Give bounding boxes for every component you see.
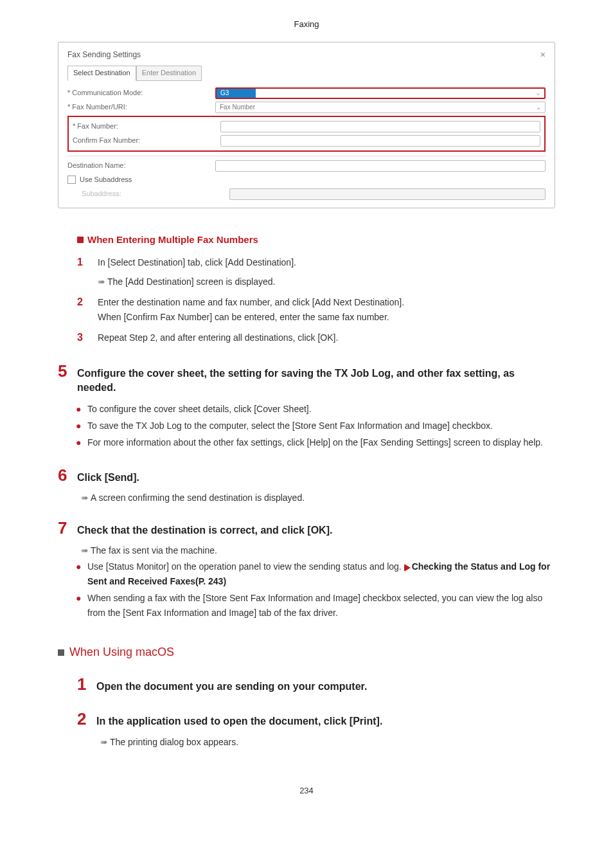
page-header: Faxing [58,19,555,29]
bullet-text: To configure the cover sheet details, cl… [87,402,555,416]
bullet-text: For more information about the other fax… [87,435,555,449]
dest-name-label: Destination Name: [67,160,215,172]
substep-text: Repeat Step 2, and after entering all de… [98,330,555,345]
substep-num: 1 [77,254,98,271]
window-title: Fax Sending Settings [67,49,141,61]
fax-number-input[interactable] [220,121,540,132]
step-title: Click [Send]. [77,471,555,485]
use-subaddress-checkbox[interactable] [67,176,76,184]
arrow-icon [100,737,107,747]
play-icon [404,564,411,572]
step-result: The fax is sent via the machine. [91,545,217,556]
comm-mode-value: G3 [220,88,229,98]
fax-settings-screenshot: Fax Sending Settings × Select Destinatio… [58,42,555,208]
step-number: 1 [77,676,96,692]
fax-number-group: * Fax Number: Confirm Fax Number: [67,116,546,152]
macos-heading: When Using macOS [58,646,555,659]
substep-text: When [Confirm Fax Number] can be entered… [98,310,555,324]
step-number: 2 [77,710,96,727]
use-subaddress-label: Use Subaddress [80,174,132,186]
multi-fax-heading: When Entering Multiple Fax Numbers [77,234,555,245]
page-number: 234 [58,786,555,795]
substep-result: The [Add Destination] screen is displaye… [107,276,275,287]
bullet-text: Use [Status Monitor] on the operation pa… [87,559,555,588]
step-result: The printing dialog box appears. [110,737,238,747]
confirm-fax-input[interactable] [220,135,540,147]
step-number: 6 [58,467,77,484]
bullet-text: When sending a fax with the [Store Sent … [87,591,555,620]
subaddress-input [229,188,546,200]
substep-num: 3 [77,329,98,346]
substep-num: 2 [77,294,98,311]
confirm-fax-label: Confirm Fax Number: [73,135,220,147]
chevron-down-icon: ⌄ [535,88,540,98]
step-result: A screen confirming the send destination… [91,493,305,503]
arrow-icon [81,545,88,556]
comm-mode-label: * Communication Mode: [67,87,215,99]
tab-enter-destination[interactable]: Enter Destination [136,66,202,81]
step-title: Configure the cover sheet, the setting f… [77,366,555,395]
fax-uri-label: * Fax Number/URI: [67,102,215,113]
square-icon [77,237,84,243]
bullet-icon: ● [76,559,87,588]
bullet-text: To save the TX Job Log to the computer, … [87,419,555,433]
bullet-icon: ● [76,419,87,433]
chevron-down-icon: ⌄ [536,102,541,113]
step-title: Open the document you are sending on you… [96,680,555,694]
step-number: 7 [58,520,77,536]
fax-uri-select[interactable]: Fax Number ⌄ [215,102,546,113]
bullet-icon: ● [76,591,87,620]
fax-uri-value: Fax Number [220,102,255,113]
fax-number-label: * Fax Number: [73,121,220,132]
step-title: In the application used to open the docu… [96,714,555,728]
arrow-icon [98,275,105,289]
substep-text: In [Select Destination] tab, click [Add … [98,255,555,269]
step-number: 5 [58,363,77,379]
close-icon[interactable]: × [540,48,546,62]
comm-mode-select[interactable]: G3 ⌄ [215,87,546,99]
step-title: Check that the destination is correct, a… [77,523,555,538]
square-icon [58,649,64,656]
bullet-icon: ● [76,435,87,449]
bullet-icon: ● [76,402,87,416]
subaddress-label: Subaddress: [67,188,229,200]
substep-text: Enter the destination name and fax numbe… [98,295,555,309]
dest-name-input[interactable] [215,160,546,172]
arrow-icon [81,493,88,503]
tab-select-destination[interactable]: Select Destination [67,66,136,81]
